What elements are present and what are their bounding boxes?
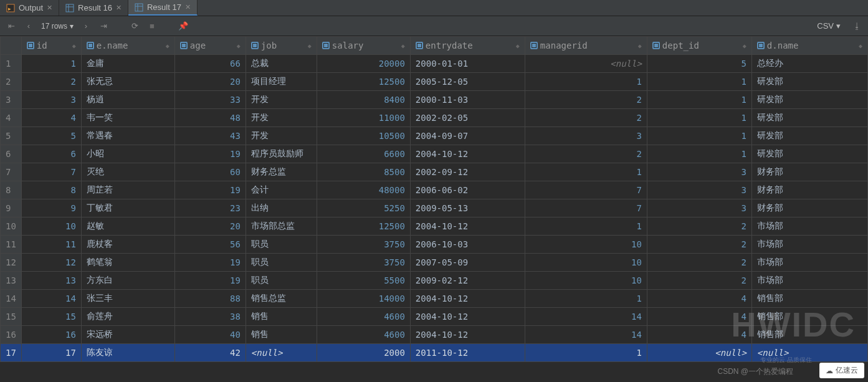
cell-dname[interactable]: 销售部 [751, 326, 867, 344]
cell-id[interactable]: 14 [21, 290, 81, 308]
cell-id[interactable]: 3 [21, 91, 81, 109]
close-icon[interactable]: ✕ [185, 3, 191, 11]
cell-id[interactable]: 5 [21, 127, 81, 145]
cell-dept_id[interactable]: 1 [647, 109, 751, 127]
table-row[interactable]: 1313方东白19职员55002009-02-12102市场部 [1, 272, 868, 290]
cell-age[interactable]: 88 [174, 290, 246, 308]
row-number[interactable]: 15 [1, 308, 22, 326]
sort-icon[interactable]: ◆ [72, 42, 76, 49]
stop-icon[interactable]: ■ [147, 21, 157, 31]
cell-job[interactable]: 市场部总监 [246, 217, 317, 236]
cell-dept_id[interactable]: 4 [647, 308, 751, 326]
export-download-icon[interactable]: ⭳ [852, 21, 862, 31]
cell-age[interactable]: 20 [174, 73, 246, 91]
column-header-dept_id[interactable]: dept_id◆ [647, 37, 751, 55]
cell-job[interactable]: 出纳 [246, 199, 317, 217]
close-icon[interactable]: ✕ [116, 4, 122, 12]
cell-entrydate[interactable]: 2007-05-09 [410, 254, 525, 272]
cell-dname[interactable]: 销售部 [751, 308, 867, 326]
cell-managerid[interactable]: 2 [525, 109, 647, 127]
tab-output[interactable]: ▸Output✕ [0, 0, 59, 16]
tab-result-17[interactable]: Result 17✕ [128, 0, 198, 16]
row-number[interactable]: 16 [1, 326, 22, 344]
cell-dname[interactable]: 市场部 [751, 254, 867, 272]
table-row[interactable]: 1010赵敏20市场部总监125002004-10-1212市场部 [1, 217, 868, 236]
cell-salary[interactable]: 8500 [317, 163, 410, 181]
cell-job[interactable]: 财务总监 [246, 163, 317, 181]
cell-managerid[interactable]: 1 [525, 344, 647, 362]
cell-job[interactable]: 开发 [246, 109, 317, 127]
tab-result-16[interactable]: Result 16✕ [59, 0, 128, 16]
cell-managerid[interactable]: 1 [525, 163, 647, 181]
cell-salary[interactable]: 6600 [317, 145, 410, 163]
cell-ename[interactable]: 周芷若 [81, 181, 174, 199]
cell-age[interactable]: 56 [174, 236, 246, 254]
export-csv-button[interactable]: CSV ▾ [813, 20, 844, 32]
cell-age[interactable]: 38 [174, 308, 246, 326]
cell-dept_id[interactable]: 2 [647, 217, 751, 236]
result-grid[interactable]: id◆e.name◆age◆job◆salary◆entrydate◆manag… [0, 36, 868, 382]
cell-dept_id[interactable]: 1 [647, 145, 751, 163]
cell-age[interactable]: 19 [174, 272, 246, 290]
cell-dept_id[interactable]: 2 [647, 272, 751, 290]
cell-ename[interactable]: 韦一笑 [81, 109, 174, 127]
row-number[interactable]: 17 [1, 344, 22, 362]
cell-dept_id[interactable]: 2 [647, 236, 751, 254]
prev-page-icon[interactable]: ‹ [24, 21, 34, 31]
cell-job[interactable]: 程序员鼓励师 [246, 145, 317, 163]
cell-salary[interactable]: 12500 [317, 73, 410, 91]
cell-job[interactable]: 销售总监 [246, 290, 317, 308]
column-header-entrydate[interactable]: entrydate◆ [410, 37, 525, 55]
cell-age[interactable]: 48 [174, 109, 246, 127]
cell-dept_id[interactable]: 1 [647, 91, 751, 109]
cell-salary[interactable]: 20000 [317, 55, 410, 73]
cell-entrydate[interactable]: 2005-12-05 [410, 73, 525, 91]
close-icon[interactable]: ✕ [47, 4, 52, 12]
sort-icon[interactable]: ◆ [401, 42, 405, 49]
cell-dname[interactable]: 销售部 [751, 290, 867, 308]
cell-id[interactable]: 8 [21, 181, 81, 199]
cell-job[interactable]: 销售 [246, 326, 317, 344]
cell-dept_id[interactable]: 4 [647, 290, 751, 308]
row-number[interactable]: 4 [1, 109, 22, 127]
cell-salary[interactable]: 3750 [317, 236, 410, 254]
cell-ename[interactable]: 方东白 [81, 272, 174, 290]
cell-entrydate[interactable]: 2009-05-13 [410, 199, 525, 217]
sort-icon[interactable]: ◆ [516, 42, 520, 49]
cell-id[interactable]: 16 [21, 326, 81, 344]
cell-job[interactable]: 开发 [246, 91, 317, 109]
column-header-ename[interactable]: e.name◆ [81, 37, 174, 55]
cell-job[interactable]: 职员 [246, 272, 317, 290]
row-number[interactable]: 9 [1, 199, 22, 217]
cell-ename[interactable]: 俞莲舟 [81, 308, 174, 326]
cell-age[interactable]: 43 [174, 127, 246, 145]
sort-icon[interactable]: ◆ [237, 42, 241, 49]
cell-managerid[interactable]: 2 [525, 91, 647, 109]
cell-ename[interactable]: 杨逍 [81, 91, 174, 109]
cell-job[interactable]: 职员 [246, 236, 317, 254]
cell-age[interactable]: 66 [174, 55, 246, 73]
cell-entrydate[interactable]: 2004-10-12 [410, 326, 525, 344]
cell-ename[interactable]: 陈友谅 [81, 344, 174, 362]
cell-entrydate[interactable]: 2004-09-07 [410, 127, 525, 145]
row-number[interactable]: 7 [1, 163, 22, 181]
cell-ename[interactable]: 宋远桥 [81, 326, 174, 344]
cell-entrydate[interactable]: 2006-06-02 [410, 181, 525, 199]
column-header-id[interactable]: id◆ [21, 37, 81, 55]
cell-ename[interactable]: 赵敏 [81, 217, 174, 236]
cell-entrydate[interactable]: 2002-09-12 [410, 163, 525, 181]
cell-age[interactable]: 19 [174, 254, 246, 272]
cell-managerid[interactable]: 10 [525, 236, 647, 254]
cell-ename[interactable]: 灭绝 [81, 163, 174, 181]
cell-managerid[interactable]: 10 [525, 272, 647, 290]
rows-count-label[interactable]: 17 rows ▾ [41, 22, 74, 31]
row-number[interactable]: 2 [1, 73, 22, 91]
cell-dname[interactable]: 财务部 [751, 181, 867, 199]
cell-id[interactable]: 7 [21, 163, 81, 181]
table-row[interactable]: 1212鹤笔翁19职员37502007-05-09102市场部 [1, 254, 868, 272]
row-number[interactable]: 6 [1, 145, 22, 163]
cell-managerid[interactable]: 14 [525, 326, 647, 344]
table-row[interactable]: 1515俞莲舟38销售46002004-10-12144销售部 [1, 308, 868, 326]
cell-id[interactable]: 10 [21, 217, 81, 236]
cell-id[interactable]: 13 [21, 272, 81, 290]
